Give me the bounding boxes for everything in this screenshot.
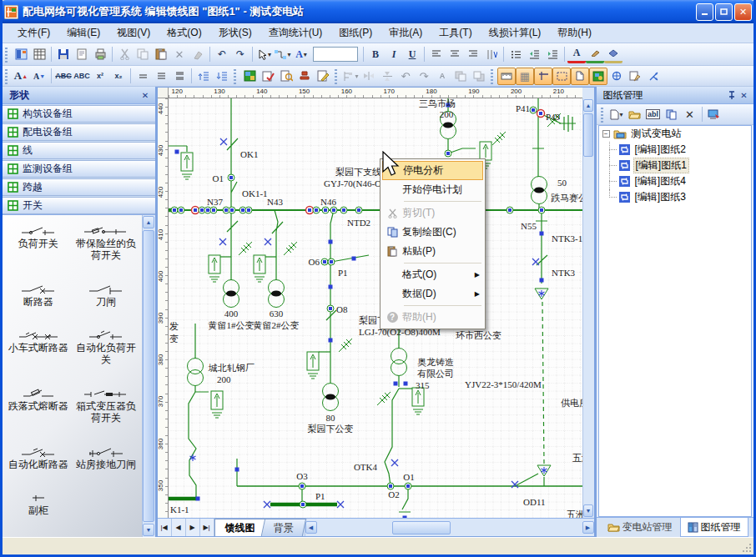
menu-item-copy-drawing[interactable]: 复制绘图(C) xyxy=(382,223,483,242)
stamp-button[interactable] xyxy=(295,68,314,85)
font-color-button[interactable]: A xyxy=(567,46,586,63)
collapse-icon[interactable]: − xyxy=(602,130,610,138)
tab-first-button[interactable]: |◀ xyxy=(158,519,172,536)
approve-button[interactable] xyxy=(259,68,277,85)
save-button[interactable] xyxy=(54,46,73,63)
print-button[interactable] xyxy=(91,46,109,63)
toggle-guides-button[interactable] xyxy=(534,68,552,85)
menu-approve[interactable]: 审批(A) xyxy=(381,23,431,43)
print-preview-button[interactable] xyxy=(73,46,91,63)
canvas-horizontal-scrollbar[interactable]: ◀ ▶ xyxy=(305,519,594,536)
tree-item-drawing4[interactable]: [编辑]图纸4 xyxy=(599,173,751,189)
underline-button[interactable]: U xyxy=(403,46,421,63)
menu-item-format[interactable]: 格式(O) ▶ xyxy=(382,265,483,284)
zoom-pan-button[interactable] xyxy=(607,68,626,85)
subscript-button[interactable]: x₂ xyxy=(109,68,128,85)
shape-box-transformer-switch[interactable]: 箱式变压器负荷开关 xyxy=(72,388,139,424)
tab-feeder-diagram[interactable]: 馈线图 xyxy=(214,519,266,536)
title-bar[interactable]: 配电网络可视化管理系统 编辑馈线图 "图纸1" - 测试变电站 ✕ xyxy=(0,0,756,23)
tab-last-button[interactable]: ▶| xyxy=(200,519,214,536)
line-color-button[interactable] xyxy=(586,46,604,63)
close-button[interactable]: ✕ xyxy=(734,3,752,21)
shape-dropout-fuse[interactable]: 跌落式熔断器 xyxy=(4,388,72,424)
properties-button[interactable] xyxy=(626,68,644,85)
scroll-up-icon[interactable]: ▲ xyxy=(143,216,154,228)
fill-color-button[interactable] xyxy=(604,46,622,63)
edit-sheet-button[interactable] xyxy=(314,68,332,85)
menu-query-stats[interactable]: 查询统计(U) xyxy=(260,23,331,43)
menu-drawing[interactable]: 图纸(P) xyxy=(330,23,381,43)
menu-shape[interactable]: 形状(S) xyxy=(210,23,260,43)
toggle-grid-button[interactable]: ▦ xyxy=(516,68,534,85)
menu-item-cut[interactable]: 剪切(T) xyxy=(382,203,483,223)
toggle-navigator-button[interactable] xyxy=(589,68,607,85)
cut-button[interactable] xyxy=(115,46,134,63)
tree-item-drawing3[interactable]: [编辑]图纸3 xyxy=(599,189,751,205)
menu-item-paste[interactable]: 粘贴(P) xyxy=(382,242,483,261)
shapes-scrollbar[interactable]: ▲ ▼ xyxy=(142,215,155,537)
shape-group-distribution[interactable]: 配电设备组 xyxy=(3,123,155,141)
font-increase-button[interactable]: A▲ xyxy=(12,68,30,85)
shape-fused-load-switch[interactable]: 带保险丝的负荷开关 xyxy=(72,225,139,262)
shape-group-monitoring[interactable]: 监测设备组 xyxy=(3,160,155,178)
shape-auto-breaker[interactable]: 自动化断路器 xyxy=(4,446,72,471)
tab-prev-button[interactable]: ◀ xyxy=(172,519,186,536)
toggle-selection-button[interactable] xyxy=(552,68,571,85)
shape-auto-load-switch[interactable]: 自动化负荷开关 xyxy=(72,329,139,366)
outdent-button[interactable] xyxy=(525,46,543,63)
font-decrease-button[interactable]: A▼ xyxy=(30,68,48,85)
scrollbar-thumb[interactable] xyxy=(392,521,451,534)
send-back-button[interactable] xyxy=(470,68,488,85)
toolbar-grip[interactable] xyxy=(334,68,340,83)
menu-edit[interactable]: 编辑(E) xyxy=(58,23,108,43)
bold-button[interactable]: B xyxy=(366,46,385,63)
undo-button[interactable]: ↶ xyxy=(213,46,231,63)
shapes-panel-toggle-button[interactable] xyxy=(12,46,30,63)
toolbar-grip[interactable] xyxy=(600,106,606,122)
text-rotate-button[interactable]: A xyxy=(433,68,451,85)
shape-station-earth-switch[interactable]: 站房接地刀闸 xyxy=(72,446,139,471)
menu-line-loss[interactable]: 线损计算(L) xyxy=(481,23,550,43)
map-view-button[interactable] xyxy=(240,68,259,85)
menu-help[interactable]: 帮助(H) xyxy=(549,23,600,43)
sync-button[interactable] xyxy=(705,106,723,123)
bring-front-button[interactable] xyxy=(451,68,470,85)
scroll-right-icon[interactable]: ▶ xyxy=(582,521,594,534)
maximize-button[interactable] xyxy=(715,3,733,21)
abc-button[interactable]: ABC xyxy=(73,68,91,85)
scroll-up-icon[interactable]: ▲ xyxy=(583,99,593,112)
format-painter-button[interactable] xyxy=(189,46,207,63)
menu-tools[interactable]: 工具(T) xyxy=(431,23,480,43)
menu-item-data[interactable]: 数据(D) ▶ xyxy=(382,284,483,304)
scrollbar-thumb[interactable] xyxy=(143,230,154,522)
shape-load-switch[interactable]: 负荷开关 xyxy=(4,225,72,262)
space-above-button[interactable] xyxy=(194,68,213,85)
tab-background[interactable]: 背景 xyxy=(260,519,305,536)
shape-trolley-breaker[interactable]: 小车式断路器 xyxy=(4,329,72,366)
menu-item-help[interactable]: ? 帮助(H) xyxy=(382,308,483,327)
tab-drawing-management[interactable]: 图纸管理 xyxy=(680,518,748,537)
redo-button[interactable]: ↷ xyxy=(231,46,249,63)
drawings-panel-close-button[interactable]: ✕ xyxy=(738,89,750,102)
shape-aux-cabinet[interactable]: 副柜 xyxy=(4,492,72,517)
toolbar-grip[interactable] xyxy=(233,68,239,83)
copy-button[interactable] xyxy=(134,46,152,63)
menu-format[interactable]: 格式(O) xyxy=(159,23,209,43)
canvas-vertical-scrollbar[interactable]: ▲ ▼ xyxy=(582,98,594,518)
scrollbar-thumb[interactable] xyxy=(583,113,593,157)
text-tool-button[interactable]: A▾ xyxy=(292,46,310,63)
indent-button[interactable] xyxy=(543,46,562,63)
delete-drawing-button[interactable]: ✕ xyxy=(681,106,699,123)
copy-drawing-button[interactable] xyxy=(663,106,681,123)
open-drawing-button[interactable] xyxy=(626,106,644,123)
scroll-left-icon[interactable]: ◀ xyxy=(305,521,317,534)
shape-group-lines[interactable]: 线 xyxy=(3,142,155,159)
toolbar-grip[interactable] xyxy=(4,68,10,83)
superscript-button[interactable]: x² xyxy=(91,68,109,85)
tree-item-drawing2[interactable]: [编辑]图纸2 xyxy=(599,142,751,158)
table-button[interactable] xyxy=(30,46,48,63)
feeder-diagram[interactable]: 三鸟市场200P41P49OK1O1OK1-1N37N43N46梨园下支线GYJ… xyxy=(169,98,582,518)
connector-tool-button[interactable]: ▾ xyxy=(274,46,292,63)
tab-next-button[interactable]: ▶ xyxy=(186,519,200,536)
vertical-text-button[interactable] xyxy=(482,46,501,63)
